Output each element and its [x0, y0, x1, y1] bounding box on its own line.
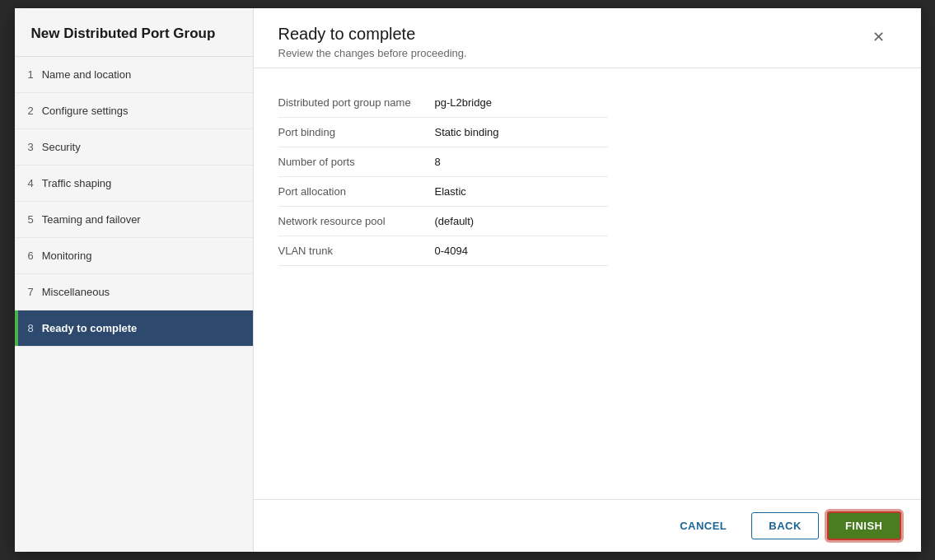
step-label: Name and location	[42, 68, 131, 81]
step-label: Security	[42, 141, 81, 153]
step-label: Ready to complete	[42, 322, 138, 334]
step-label: Monitoring	[42, 250, 92, 262]
row-label: VLAN trunk	[278, 236, 435, 266]
row-label: Distributed port group name	[278, 88, 435, 118]
step-label: Traffic shaping	[42, 177, 112, 189]
sidebar-item-7[interactable]: 7Miscellaneous	[15, 274, 253, 310]
page-subtitle: Review the changes before proceeding.	[278, 47, 467, 59]
modal-body: New Distributed Port Group 1Name and loc…	[15, 8, 921, 552]
step-number: 2	[28, 105, 34, 117]
table-row: Number of ports8	[278, 147, 608, 177]
close-icon[interactable]: ✕	[869, 25, 888, 49]
step-number: 1	[28, 68, 34, 81]
table-row: Distributed port group namepg-L2bridge	[278, 88, 608, 118]
step-number: 5	[28, 213, 34, 226]
back-button[interactable]: BACK	[751, 512, 819, 539]
row-value: Elastic	[435, 177, 608, 207]
modal-dialog: New Distributed Port Group 1Name and loc…	[15, 8, 921, 552]
step-number: 7	[28, 286, 34, 298]
sidebar-item-2[interactable]: 2Configure settings	[15, 93, 253, 129]
sidebar-item-1[interactable]: 1Name and location	[15, 57, 253, 93]
step-label: Configure settings	[42, 105, 129, 117]
row-value: (default)	[435, 207, 608, 236]
sidebar-item-6[interactable]: 6Monitoring	[15, 238, 253, 274]
sidebar: New Distributed Port Group 1Name and loc…	[15, 8, 254, 552]
step-number: 6	[28, 250, 34, 262]
step-number: 8	[28, 322, 34, 334]
step-label: Miscellaneous	[42, 286, 110, 298]
table-row: Network resource pool(default)	[278, 207, 608, 236]
row-label: Port allocation	[278, 177, 435, 207]
table-row: Port allocationElastic	[278, 177, 608, 207]
review-table: Distributed port group namepg-L2bridgePo…	[278, 88, 608, 266]
row-value: 0-4094	[435, 236, 608, 266]
row-value: Static binding	[435, 118, 608, 147]
row-label: Network resource pool	[278, 207, 435, 236]
step-label: Teaming and failover	[42, 213, 141, 226]
table-row: Port bindingStatic binding	[278, 118, 608, 147]
sidebar-title: New Distributed Port Group	[15, 8, 253, 57]
main-content: Ready to complete Review the changes bef…	[254, 8, 921, 552]
step-number: 3	[28, 141, 34, 153]
sidebar-item-8[interactable]: 8Ready to complete	[15, 310, 253, 347]
modal-footer: CANCEL BACK FINISH	[254, 499, 921, 552]
sidebar-item-3[interactable]: 3Security	[15, 129, 253, 166]
page-title: Ready to complete	[278, 25, 467, 44]
finish-button[interactable]: FINISH	[827, 511, 901, 540]
sidebar-item-4[interactable]: 4Traffic shaping	[15, 166, 253, 202]
cancel-button[interactable]: CANCEL	[663, 513, 743, 539]
row-value: 8	[435, 147, 608, 177]
table-row: VLAN trunk0-4094	[278, 236, 608, 266]
step-number: 4	[28, 177, 34, 189]
sidebar-item-5[interactable]: 5Teaming and failover	[15, 202, 253, 238]
row-value: pg-L2bridge	[435, 88, 608, 118]
active-bar	[15, 310, 18, 346]
row-label: Number of ports	[278, 147, 435, 177]
modal-overlay: New Distributed Port Group 1Name and loc…	[0, 0, 935, 560]
main-header: Ready to complete Review the changes bef…	[254, 8, 921, 68]
row-label: Port binding	[278, 118, 435, 147]
sidebar-items: 1Name and location2Configure settings3Se…	[15, 57, 253, 552]
review-content: Distributed port group namepg-L2bridgePo…	[254, 68, 921, 499]
